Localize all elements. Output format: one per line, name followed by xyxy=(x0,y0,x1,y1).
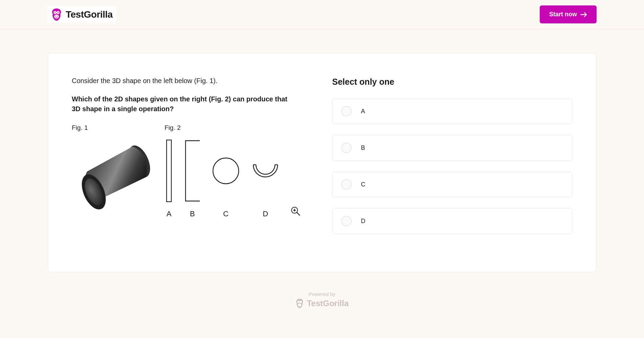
shape-d: D xyxy=(250,137,281,218)
footer-brand-name: TestGorilla xyxy=(307,299,349,308)
option-d[interactable]: D xyxy=(332,208,572,234)
question-column: Consider the 3D shape on the left below … xyxy=(72,77,312,245)
shape-b: B xyxy=(183,137,202,218)
answers-heading: Select only one xyxy=(332,77,572,87)
radio-icon xyxy=(341,143,351,153)
shape-c-label: C xyxy=(223,210,229,218)
brand-name: TestGorilla xyxy=(66,9,113,20)
option-b-label: B xyxy=(361,144,365,152)
option-d-label: D xyxy=(361,218,365,225)
answers-column: Select only one A B C D xyxy=(332,77,572,245)
question-intro: Consider the 3D shape on the left below … xyxy=(72,77,312,85)
shape-c-icon xyxy=(211,156,240,185)
radio-icon xyxy=(341,106,351,116)
radio-icon xyxy=(341,179,351,190)
svg-point-5 xyxy=(56,16,56,16)
option-c-label: C xyxy=(361,181,365,188)
tube-3d-icon xyxy=(72,137,153,212)
figure-2-label: Fig. 2 xyxy=(165,124,301,132)
question-card: Consider the 3D shape on the left below … xyxy=(48,53,596,272)
svg-point-4 xyxy=(54,15,59,19)
question-main: Which of the 2D shapes given on the righ… xyxy=(72,94,295,114)
shape-a-icon xyxy=(165,139,173,203)
figure-1: Fig. 1 xyxy=(72,124,153,212)
shape-d-label: D xyxy=(263,210,268,218)
option-a[interactable]: A xyxy=(332,98,572,124)
shape-c: C xyxy=(211,137,240,218)
gorilla-icon xyxy=(295,298,304,309)
powered-by-label: Powered by xyxy=(0,291,644,297)
zoom-in-icon[interactable] xyxy=(291,206,301,216)
shape-a-label: A xyxy=(167,210,172,218)
option-a-label: A xyxy=(361,108,365,115)
svg-point-6 xyxy=(57,16,58,16)
svg-rect-10 xyxy=(167,140,171,202)
figure-2: Fig. 2 A xyxy=(165,124,301,218)
start-now-button[interactable]: Start now xyxy=(540,5,597,23)
option-c[interactable]: C xyxy=(332,172,572,197)
gorilla-icon xyxy=(51,8,62,21)
header-bar: TestGorilla Start now xyxy=(0,0,644,29)
svg-point-20 xyxy=(298,303,302,306)
radio-icon xyxy=(341,216,351,226)
shape-b-label: B xyxy=(190,210,195,218)
shape-b-icon xyxy=(183,139,202,203)
option-b[interactable]: B xyxy=(332,135,572,161)
start-now-label: Start now xyxy=(549,11,577,18)
svg-point-19 xyxy=(300,301,302,303)
svg-point-11 xyxy=(213,158,239,184)
svg-point-18 xyxy=(297,301,300,303)
figure-1-label: Fig. 1 xyxy=(72,124,153,132)
footer: Powered by TestGorilla xyxy=(0,291,644,310)
shape-d-icon xyxy=(250,161,281,180)
footer-brand: TestGorilla xyxy=(295,298,349,309)
svg-point-2 xyxy=(55,12,56,13)
shape-a: A xyxy=(165,137,173,218)
arrow-right-icon xyxy=(580,12,587,17)
brand-logo: TestGorilla xyxy=(47,6,116,23)
svg-point-3 xyxy=(58,12,59,13)
svg-line-17 xyxy=(297,213,300,215)
figure-block: Fig. 1 xyxy=(72,124,312,218)
